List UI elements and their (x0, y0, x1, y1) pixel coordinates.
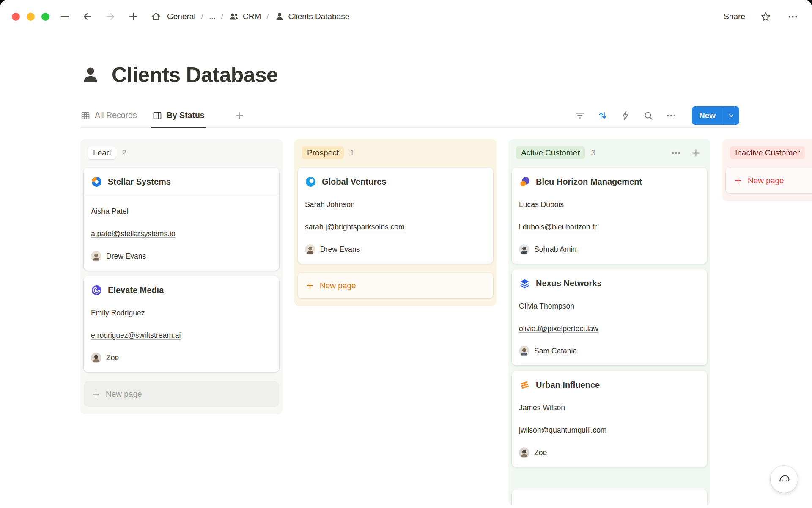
column-header: Prospect 1 (298, 142, 493, 168)
email-link[interactable]: e.rodriguez@swiftstream.ai (91, 331, 181, 340)
card-owner: Sam Catania (512, 334, 707, 365)
breadcrumb-item-ellipsis[interactable]: ... (209, 12, 216, 21)
card-owner: Sohrab Amin (512, 232, 707, 264)
app-window: General / ... / CRM / Clients Database (0, 0, 812, 508)
new-button-label: New (692, 106, 723, 125)
card-global-ventures[interactable]: Global Ventures Sarah Johnson sarah.j@br… (298, 168, 493, 264)
breadcrumb: General / ... / CRM / Clients Database (167, 11, 349, 22)
view-options-icon[interactable] (666, 110, 677, 121)
traffic-lights (12, 13, 49, 21)
forward-arrow-icon[interactable] (104, 10, 117, 23)
new-button[interactable]: New (692, 106, 739, 125)
avatar (305, 244, 315, 255)
column-count: 3 (591, 148, 595, 157)
new-page-button[interactable]: New page (84, 381, 279, 407)
column-header: Inactive Customer (726, 142, 812, 168)
breadcrumb-item-general[interactable]: General (167, 12, 196, 21)
person-icon (274, 11, 285, 22)
breadcrumb-item-clients-database[interactable]: Clients Database (274, 11, 350, 22)
status-badge-active-customer[interactable]: Active Customer (516, 146, 585, 159)
automations-icon[interactable] (620, 110, 631, 121)
ai-assistant-button[interactable] (771, 466, 798, 493)
tab-all-records[interactable]: All Records (80, 103, 137, 127)
urban-influence-logo-icon (519, 379, 530, 391)
card-bleu-horizon-management[interactable]: Bleu Horizon Management Lucas Dubois l.d… (512, 168, 707, 264)
avatar (519, 244, 529, 255)
column-actions (671, 148, 703, 158)
email-link[interactable]: l.dubois@bleuhorizon.fr (519, 223, 597, 231)
card-email: sarah.j@brightsparksolns.com (298, 210, 493, 232)
card-email: jwilson@quantumquill.com (512, 413, 707, 436)
board-column-active-customer: Active Customer 3 Bleu Horizon Mana (508, 139, 710, 505)
views-toolbar: New (574, 106, 739, 125)
card-owner: Zoe (512, 436, 707, 467)
column-more-icon[interactable] (671, 148, 681, 158)
owner-name: Sam Catania (534, 346, 577, 356)
card-contact: Aisha Patel (84, 194, 279, 217)
new-tab-plus-icon[interactable] (126, 10, 140, 23)
minimize-window-button[interactable] (27, 13, 35, 21)
email-link[interactable]: sarah.j@brightsparksolns.com (305, 223, 405, 231)
ai-assistant-face-icon (776, 472, 792, 487)
email-link[interactable]: a.patel@stellarsystems.io (91, 229, 176, 238)
plus-icon (91, 389, 101, 399)
elevate-media-logo-icon (91, 284, 102, 296)
column-count: 1 (350, 148, 354, 157)
avatar (91, 353, 102, 363)
new-page-label: New page (748, 176, 784, 185)
breadcrumb-label: CRM (243, 12, 261, 21)
card-stellar-systems[interactable]: Stellar Systems Aisha Patel a.patel@stel… (84, 168, 279, 271)
card-title: Global Ventures (322, 176, 386, 188)
home-icon[interactable] (149, 10, 163, 23)
add-view-plus-icon[interactable] (234, 110, 245, 121)
search-icon[interactable] (643, 110, 654, 121)
card-title: Bleu Horizon Management (536, 176, 642, 188)
tab-label: All Records (95, 110, 137, 120)
card-urban-influence[interactable]: Urban Influence James Wilson jwilson@qua… (512, 371, 707, 467)
card-title: Urban Influence (536, 379, 600, 391)
card-email: a.patel@stellarsystems.io (84, 217, 279, 239)
card-email: l.dubois@bleuhorizon.fr (512, 210, 707, 232)
card-clipped[interactable] (512, 489, 707, 505)
sort-icon[interactable] (597, 110, 608, 121)
email-link[interactable]: olivia.t@pixelperfect.law (519, 324, 598, 333)
page-person-icon (80, 65, 101, 85)
kanban-board: Lead 2 Stellar Systems Aisha Patel a.pat… (0, 139, 812, 505)
breadcrumb-separator: / (201, 12, 203, 21)
new-page-button[interactable]: New page (726, 168, 812, 193)
card-title: Nexus Networks (536, 277, 602, 289)
column-add-icon[interactable] (691, 148, 701, 158)
filter-icon[interactable] (574, 110, 585, 121)
board-column-prospect: Prospect 1 Global Ventures Sarah Johnson… (294, 139, 497, 306)
status-badge-inactive-customer[interactable]: Inactive Customer (730, 146, 805, 159)
card-elevate-media[interactable]: Elevate Media Emily Rodriguez e.rodrigue… (84, 276, 279, 372)
close-window-button[interactable] (12, 13, 20, 21)
card-contact: Sarah Johnson (298, 188, 493, 210)
status-badge-lead[interactable]: Lead (88, 146, 116, 159)
email-link[interactable]: jwilson@quantumquill.com (519, 426, 606, 434)
card-nexus-networks[interactable]: Nexus Networks Olivia Thompson olivia.t@… (512, 269, 707, 365)
bleu-horizon-logo-icon (519, 176, 530, 188)
chevron-down-icon[interactable] (723, 106, 739, 125)
breadcrumb-separator: / (221, 12, 223, 21)
new-page-label: New page (320, 281, 356, 290)
share-button[interactable]: Share (724, 12, 745, 21)
people-icon (229, 11, 239, 22)
star-icon[interactable] (759, 10, 772, 23)
avatar (91, 251, 102, 262)
hamburger-menu-icon[interactable] (58, 10, 71, 23)
breadcrumb-label: Clients Database (288, 12, 350, 21)
new-page-button[interactable]: New page (298, 273, 493, 298)
breadcrumb-label: General (167, 12, 196, 21)
card-email: e.rodriguez@swiftstream.ai (84, 318, 279, 341)
status-badge-prospect[interactable]: Prospect (302, 146, 344, 159)
board-view-icon (152, 110, 162, 121)
more-options-icon[interactable] (786, 10, 799, 23)
breadcrumb-label: ... (209, 12, 216, 21)
breadcrumb-item-crm[interactable]: CRM (229, 11, 261, 22)
zoom-window-button[interactable] (41, 13, 49, 21)
board-column-inactive-customer: Inactive Customer New page (722, 139, 812, 201)
back-arrow-icon[interactable] (81, 10, 94, 23)
tab-by-status[interactable]: By Status (152, 103, 205, 127)
page-title[interactable]: Clients Database (112, 63, 278, 87)
